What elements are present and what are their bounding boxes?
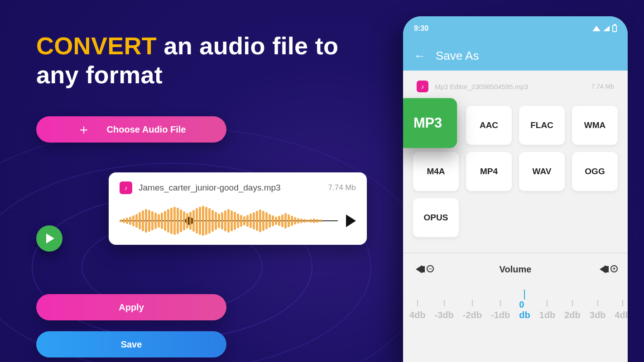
- volume-up-icon[interactable]: +: [600, 263, 615, 275]
- waveform[interactable]: [120, 205, 338, 237]
- volume-tick[interactable]: -1db: [491, 300, 510, 320]
- format-m4a[interactable]: M4A: [413, 152, 459, 191]
- volume-tick[interactable]: -2db: [463, 300, 482, 320]
- choose-audio-file-button[interactable]: ＋ Choose Audio File: [36, 116, 226, 143]
- volume-tick[interactable]: -3db: [435, 300, 454, 320]
- choose-label: Choose Audio File: [107, 124, 186, 135]
- format-aac[interactable]: AAC: [466, 106, 512, 145]
- preview-filename: James_carter_junior-good_days.mp3: [139, 183, 322, 193]
- volume-tick[interactable]: 3db: [590, 300, 606, 320]
- status-time: 9:30: [414, 24, 428, 33]
- status-bar: 9:30: [403, 16, 628, 41]
- phone-mockup: 9:30 ← Save As ♪ Mp3 Editor_23098504595.…: [403, 16, 628, 362]
- screen-title: Save As: [436, 49, 479, 63]
- volume-ticks[interactable]: 4db-3db-2db-1db0 db1db2db3db4db: [403, 280, 628, 320]
- app-bar: ← Save As: [403, 41, 628, 71]
- format-wma[interactable]: WMA: [572, 106, 618, 145]
- music-file-icon: ♪: [120, 181, 132, 194]
- headline-accent: CONVERT: [36, 32, 157, 59]
- volume-tick[interactable]: 4db: [615, 300, 628, 320]
- format-mp4[interactable]: MP4: [466, 152, 512, 191]
- headline: CONVERT an audio file to any format: [36, 32, 367, 89]
- format-flac[interactable]: FLAC: [519, 106, 565, 145]
- format-mp3[interactable]: MP3: [403, 98, 457, 148]
- format-wav[interactable]: WAV: [519, 152, 565, 191]
- format-grid: MP3AACFLACWMAM4AMP4WAVOGGOPUS: [413, 106, 618, 237]
- volume-down-icon[interactable]: −: [416, 263, 431, 275]
- output-file-row: ♪ Mp3 Editor_23098504595.mp3 7.74 Mb: [413, 79, 618, 94]
- volume-tick[interactable]: 1db: [539, 300, 556, 320]
- play-fab-button[interactable]: [36, 225, 62, 252]
- volume-tick[interactable]: 0 db: [519, 290, 530, 320]
- signal-icon: [603, 26, 610, 31]
- music-file-icon: ♪: [417, 81, 428, 92]
- format-opus[interactable]: OPUS: [413, 198, 459, 237]
- wifi-icon: [592, 26, 601, 31]
- volume-row: − Volume +: [403, 253, 628, 280]
- plus-icon: ＋: [77, 123, 91, 136]
- volume-label: Volume: [500, 264, 532, 275]
- battery-icon: [612, 25, 617, 32]
- back-arrow-icon[interactable]: ←: [414, 49, 426, 63]
- volume-tick[interactable]: 4db: [409, 300, 426, 320]
- save-button[interactable]: Save: [36, 331, 226, 357]
- volume-tick[interactable]: 2db: [564, 300, 581, 320]
- apply-button[interactable]: Apply: [36, 294, 226, 320]
- output-filesize: 7.74 Mb: [591, 83, 614, 90]
- preview-filesize: 7.74 Mb: [328, 183, 356, 192]
- audio-preview-card: ♪ James_carter_junior-good_days.mp3 7.74…: [109, 172, 367, 245]
- format-ogg[interactable]: OGG: [572, 152, 618, 191]
- output-filename: Mp3 Editor_23098504595.mp3: [435, 83, 585, 90]
- play-icon[interactable]: [346, 214, 356, 227]
